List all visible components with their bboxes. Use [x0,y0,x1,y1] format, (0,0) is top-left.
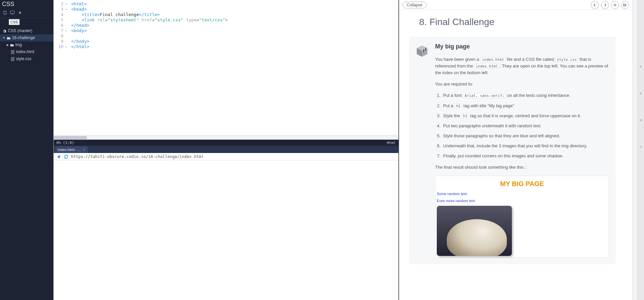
step-item: Put a font Arial, sans-serif; on all the… [442,92,609,99]
preview-url[interactable]: https://tahiti-obscure.codio.io/16-chall… [71,154,396,159]
monitor-icon[interactable] [9,10,15,16]
play-icon[interactable] [17,10,23,16]
page-title: 8. Final Challenge [419,17,616,27]
status-language: Html [387,141,396,145]
tree-folder-label: 16-challenge [12,35,35,41]
instructions-panel: Collapse 8. Final Challenge [399,0,633,300]
prev-button[interactable] [591,1,599,9]
editor-code[interactable]: <html><head> <title>Final challenge</tit… [70,0,398,135]
preview-pane[interactable] [54,160,398,300]
tree-folder-challenge[interactable]: ▼ 16-challenge [0,34,53,41]
inline-code: h1 [454,104,462,109]
svg-point-4 [614,4,616,6]
tree-root[interactable]: CSS (master) [0,27,53,34]
svg-rect-0 [10,11,14,14]
tree-file-style[interactable]: style.css [0,55,53,62]
instructions-nav [591,1,629,9]
svg-point-6 [623,5,624,5]
preview-tabbar: index.html - ... × [54,146,398,153]
svg-rect-8 [425,47,426,51]
required-label: You are required to: [435,81,609,88]
toc-button[interactable] [621,1,629,9]
step-item: Put two paragraphs underneath it with ra… [442,123,609,129]
editor-gutter: 2▾3▾4567▾8910+ [54,0,70,135]
tree-file-index[interactable]: index.html [0,48,53,55]
instructions-header: Collapse [399,0,632,10]
project-title: CSS [0,0,53,9]
inline-code: Arial, sans-serif; [463,93,506,98]
settings-button[interactable] [611,1,619,9]
step-item: Finally, put rounded corners on this ima… [442,153,609,159]
example-paragraph: Some random text [435,190,609,197]
step-item: Underneath that, include the 3 images th… [442,143,609,149]
tree-index-label: index.html [16,49,34,55]
example-title: MY BIG PAGE [435,176,609,190]
svg-point-5 [623,4,624,4]
svg-point-7 [623,6,624,6]
inline-code: h1 [461,114,469,119]
close-icon[interactable]: × [83,148,85,152]
example-paragraph: Even more random text [435,197,609,204]
example-output: MY BIG PAGE Some random text Even more r… [435,176,609,258]
tree-img-label: img [15,42,22,48]
middle-column: 2▾3▾4567▾8910+ <html><head> <title>Final… [53,0,399,300]
final-label: The final result should look something l… [435,164,609,171]
challenge-card: My big page You have been given a index.… [409,37,616,264]
editor-status-bar: 0% (1:0) Html [54,140,398,146]
instructions-body[interactable]: 8. Final Challenge My big page You have … [399,10,632,300]
example-image [437,206,512,256]
sidebar-toolbar: CSS [0,9,53,18]
sidebar: CSS CSS CSS (master) ▼ 16-challenge ▶ im… [0,0,53,300]
status-position: 0% (1:0) [56,141,74,145]
preview-tab-label: index.html - ... [58,148,81,152]
inline-code: index.html [474,64,500,69]
tree-style-label: style.css [16,56,31,62]
step-item: Put a h1 tag with title "My big page" [442,103,609,109]
editor-h-scrollbar[interactable] [54,135,398,140]
step-item: Style those paragraphs so that they are … [442,133,609,139]
step-item: Style the h1 tag so that it is orange, c… [442,113,609,119]
tree-folder-img[interactable]: ▶ img [0,41,53,48]
preview-url-bar: https://tahiti-obscure.codio.io/16-chall… [54,153,398,160]
tree-root-label: CSS (master) [8,28,32,34]
svg-rect-1 [4,31,5,32]
inline-code: index.html [480,57,506,62]
file-tree: CSS (master) ▼ 16-challenge ▶ img index.… [0,18,53,62]
instructions-v-scrollbar[interactable] [633,0,637,300]
intro-paragraph: You have been given a index.html file an… [435,56,609,76]
preview-tab[interactable]: index.html - ... × [55,146,88,153]
next-button[interactable] [601,1,609,9]
challenge-icon [415,43,429,264]
card-title: My big page [435,42,609,51]
svg-rect-9 [423,49,424,52]
location-icon[interactable] [56,154,61,159]
right-apps-rail[interactable]: RBMS [637,0,644,300]
tooltip: CSS [9,19,20,25]
refresh-icon[interactable] [2,10,8,16]
code-editor[interactable]: 2▾3▾4567▾8910+ <html><head> <title>Final… [54,0,398,135]
collapse-button[interactable]: Collapse [402,2,427,8]
steps-list: Put a font Arial, sans-serif; on all the… [442,92,609,159]
inline-code: style.css [555,57,579,62]
reload-icon[interactable] [64,154,68,159]
